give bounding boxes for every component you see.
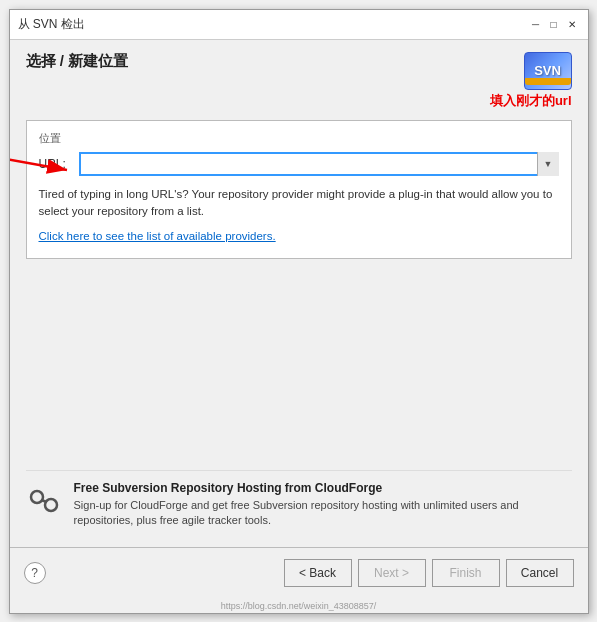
svn-logo-bar xyxy=(525,78,571,85)
next-button[interactable]: Next > xyxy=(358,559,426,587)
page-title-area: 选择 / 新建位置 xyxy=(26,52,129,71)
url-dropdown-button[interactable]: ▼ xyxy=(537,152,559,176)
section-label: 位置 xyxy=(39,131,559,146)
help-button[interactable]: ? xyxy=(24,562,46,584)
svg-line-1 xyxy=(10,158,67,170)
footer-buttons: < Back Next > Finish Cancel xyxy=(284,559,574,587)
info-body-text: Tired of typing in long URL's? Your repo… xyxy=(39,186,559,221)
maximize-button[interactable]: □ xyxy=(546,16,562,32)
main-window: 从 SVN 检出 ─ □ ✕ 选择 / 新建位置 SVN 填入刚才的url 位置 xyxy=(9,9,589,614)
url-row: URL: ▼ xyxy=(39,152,559,176)
minimize-button[interactable]: ─ xyxy=(528,16,544,32)
footer-area: ? < Back Next > Finish Cancel https://bl… xyxy=(10,547,588,613)
footer: ? < Back Next > Finish Cancel xyxy=(10,547,588,599)
footer-left: ? xyxy=(24,562,46,584)
cloudforge-icon xyxy=(26,483,62,519)
title-bar-controls: ─ □ ✕ xyxy=(528,16,580,32)
window-title: 从 SVN 检出 xyxy=(18,16,85,33)
cancel-button[interactable]: Cancel xyxy=(506,559,574,587)
red-arrow-annotation xyxy=(10,150,75,178)
url-input-wrap: ▼ xyxy=(79,152,559,176)
url-input[interactable] xyxy=(79,152,559,176)
form-section: 位置 URL: ▼ Tire xyxy=(26,120,572,260)
cloudforge-section: Free Subversion Repository Hosting from … xyxy=(26,470,572,539)
svn-logo: SVN xyxy=(524,52,572,90)
footer-watermark: https://blog.csdn.net/weixin_43808857/ xyxy=(10,599,588,613)
cloudforge-title: Free Subversion Repository Hosting from … xyxy=(74,481,572,495)
page-title: 选择 / 新建位置 xyxy=(26,52,129,71)
annotation-text: 填入刚才的url xyxy=(490,92,572,110)
cloudforge-description: Sign-up for CloudForge and get free Subv… xyxy=(74,498,572,529)
close-button[interactable]: ✕ xyxy=(564,16,580,32)
cloudforge-text-block: Free Subversion Repository Hosting from … xyxy=(74,481,572,529)
window-content: 选择 / 新建位置 SVN 填入刚才的url 位置 URL: xyxy=(10,40,588,547)
header-row: 选择 / 新建位置 SVN 填入刚才的url xyxy=(26,52,572,110)
providers-link[interactable]: Click here to see the list of available … xyxy=(39,230,276,242)
middle-space xyxy=(26,271,572,470)
title-bar: 从 SVN 检出 ─ □ ✕ xyxy=(10,10,588,40)
svn-logo-text: SVN xyxy=(534,63,561,78)
logo-area: SVN 填入刚才的url xyxy=(490,52,572,110)
finish-button[interactable]: Finish xyxy=(432,559,500,587)
back-button[interactable]: < Back xyxy=(284,559,352,587)
